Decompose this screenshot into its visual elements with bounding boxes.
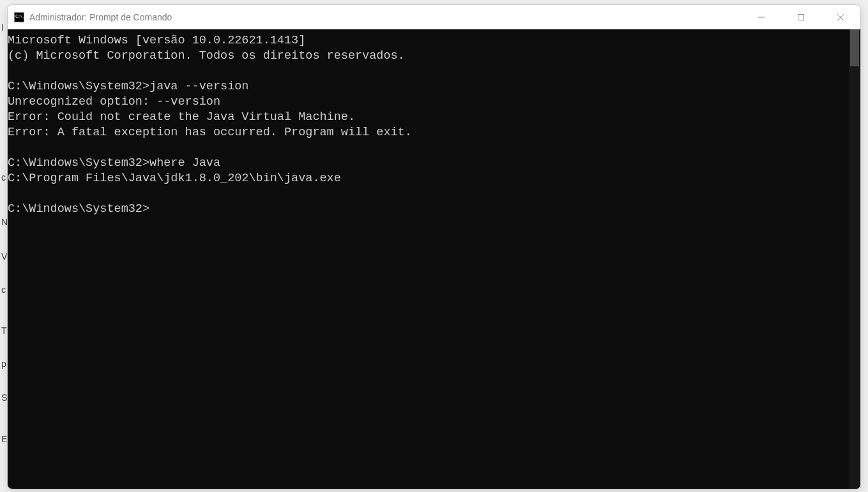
terminal-area[interactable]: Microsoft Windows [versão 10.0.22621.141… — [8, 29, 860, 489]
close-icon — [837, 13, 844, 21]
terminal-line — [8, 186, 849, 202]
background-glyph: I — [1, 22, 4, 33]
terminal-line: Error: Could not create the Java Virtual… — [8, 110, 849, 125]
terminal-line: C:\Windows\System32>java --version — [8, 79, 849, 94]
background-glyph: E — [1, 434, 7, 444]
terminal-line — [8, 64, 849, 79]
window-controls — [742, 5, 860, 29]
minimize-icon — [758, 13, 765, 21]
window-title: Administrador: Prompt de Comando — [29, 12, 742, 22]
terminal-line: C:\Windows\System32>where Java — [8, 156, 849, 171]
close-button[interactable] — [821, 5, 860, 29]
terminal-line: C:\Windows\System32> — [8, 202, 849, 217]
maximize-icon — [797, 13, 805, 21]
background-glyph: S — [1, 392, 7, 403]
cmd-icon: C:\. — [14, 12, 24, 22]
background-glyph: V — [1, 251, 7, 262]
svg-rect-1 — [798, 14, 804, 20]
background-glyph: T — [1, 325, 7, 336]
command-prompt-window: C:\. Administrador: Prompt de Comando Mi… — [7, 4, 861, 489]
terminal-line — [8, 140, 849, 156]
terminal-line: C:\Program Files\Java\jdk1.8.0_202\bin\j… — [8, 171, 849, 186]
terminal-line: Unrecognized option: --version — [8, 94, 849, 110]
maximize-button[interactable] — [781, 5, 821, 29]
minimize-button[interactable] — [742, 5, 781, 29]
terminal-line: Error: A fatal exception has occurred. P… — [8, 125, 849, 140]
terminal-line: (c) Microsoft Corporation. Todos os dire… — [8, 48, 849, 64]
background-glyph: c — [1, 172, 6, 183]
scrollbar-thumb[interactable] — [850, 29, 859, 66]
terminal-content[interactable]: Microsoft Windows [versão 10.0.22621.141… — [8, 29, 849, 489]
vertical-scrollbar[interactable] — [849, 29, 860, 489]
background-glyph: p — [1, 359, 6, 369]
titlebar[interactable]: C:\. Administrador: Prompt de Comando — [8, 5, 860, 29]
terminal-line: Microsoft Windows [versão 10.0.22621.141… — [8, 33, 849, 48]
background-glyph: c — [1, 285, 6, 295]
